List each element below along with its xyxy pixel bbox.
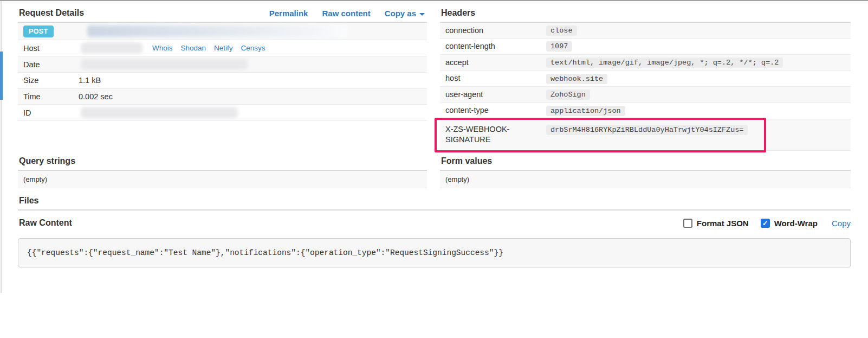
censys-link[interactable]: Censys: [241, 44, 265, 52]
whois-link[interactable]: Whois: [152, 44, 173, 52]
form-values-title: Form values: [441, 156, 492, 166]
size-label: Size: [23, 76, 79, 85]
time-value: 0.002 sec: [79, 92, 113, 101]
raw-content-link[interactable]: Raw content: [322, 9, 370, 18]
query-strings-title: Query strings: [19, 156, 75, 166]
header-value: drbSrM4H816RYKpZiRBLddUa0yHaTrwjtY04sIZF…: [546, 125, 748, 135]
header-name: accept: [445, 58, 546, 68]
query-strings-empty: (empty): [18, 171, 427, 188]
header-name: host: [445, 73, 546, 84]
copy-as-dropdown[interactable]: Copy as: [385, 9, 425, 18]
header-name: user-agent: [445, 90, 546, 100]
caret-down-icon: [419, 13, 425, 16]
headers-section: Headers connection close content-length …: [440, 7, 851, 151]
redacted-id-value: [81, 107, 238, 118]
header-row-content-type: content-type application/json: [440, 103, 851, 119]
top-divider: [0, 0, 868, 1]
header-row-user-agent: user-agent ZohoSign: [440, 87, 851, 103]
form-values-section: Form values (empty): [440, 155, 851, 188]
header-row-host: host webhook.site: [440, 71, 851, 87]
raw-content-title: Raw Content: [19, 218, 72, 228]
word-wrap-label[interactable]: Word-Wrap: [774, 219, 818, 228]
redacted-date-value: [81, 59, 248, 70]
files-section: Files: [18, 195, 851, 211]
format-json-label[interactable]: Format JSON: [697, 219, 749, 228]
host-row: Host Whois Shodan Netify Censys: [18, 40, 427, 56]
word-wrap-toggle[interactable]: ✓ Word-Wrap: [761, 219, 818, 228]
header-row-content-length: content-length 1097: [440, 39, 851, 55]
webhook-request-page: Request Details Permalink Raw content Co…: [0, 0, 868, 338]
query-strings-section: Query strings (empty): [18, 155, 427, 188]
header-row-accept: accept text/html, image/gif, image/jpeg,…: [440, 55, 851, 71]
host-label: Host: [23, 44, 79, 53]
id-row: ID: [18, 105, 427, 121]
header-name: content-length: [445, 41, 546, 52]
header-row-signature: X-ZS-WEBHOOK-SIGNATURE drbSrM4H816RYKpZi…: [440, 119, 851, 151]
copy-raw-content-link[interactable]: Copy: [832, 219, 851, 228]
method-badge: POST: [23, 25, 54, 37]
header-value: webhook.site: [546, 74, 607, 84]
sidebar-active-indicator: [0, 52, 3, 100]
format-json-checkbox[interactable]: ✓: [683, 219, 692, 228]
left-divider: [1, 1, 2, 293]
time-label: Time: [23, 92, 79, 101]
shodan-link[interactable]: Shodan: [181, 44, 206, 52]
word-wrap-checkbox[interactable]: ✓: [761, 219, 770, 228]
raw-content-text: {{"requests":{"request_name":"Test Name"…: [27, 248, 503, 257]
request-details-section: Request Details Permalink Raw content Co…: [18, 7, 427, 121]
files-title: Files: [19, 196, 38, 206]
redacted-request-url: [87, 25, 347, 37]
request-details-title: Request Details: [19, 8, 84, 18]
format-json-toggle[interactable]: ✓ Format JSON: [683, 219, 749, 228]
time-row: Time 0.002 sec: [18, 89, 427, 105]
check-icon: ✓: [762, 220, 768, 227]
date-row: Date: [18, 56, 427, 73]
header-row-connection: connection close: [440, 23, 851, 39]
size-value: 1.1 kB: [79, 76, 101, 85]
id-label: ID: [23, 109, 79, 117]
header-value: close: [546, 25, 577, 36]
copy-as-label: Copy as: [385, 9, 416, 18]
netify-link[interactable]: Netify: [214, 44, 233, 52]
form-values-empty: (empty): [440, 171, 851, 188]
raw-content-section: Raw Content ✓ Format JSON ✓ Word-Wrap Co…: [18, 217, 851, 267]
headers-title: Headers: [441, 8, 475, 18]
header-name: connection: [445, 25, 546, 36]
header-name: content-type: [445, 105, 546, 116]
request-url-row: POST: [18, 23, 427, 40]
redacted-host-value: [81, 42, 142, 54]
raw-content-box: {{"requests":{"request_name":"Test Name"…: [18, 238, 851, 267]
header-value: text/html, image/gif, image/jpeg, *; q=.…: [546, 58, 783, 68]
date-label: Date: [23, 60, 79, 69]
permalink-link[interactable]: Permalink: [269, 9, 308, 18]
header-value: 1097: [546, 41, 572, 52]
header-value: ZohoSign: [546, 90, 590, 100]
header-name: X-ZS-WEBHOOK-SIGNATURE: [445, 124, 546, 145]
header-value: application/json: [546, 106, 625, 116]
size-row: Size 1.1 kB: [18, 73, 427, 89]
